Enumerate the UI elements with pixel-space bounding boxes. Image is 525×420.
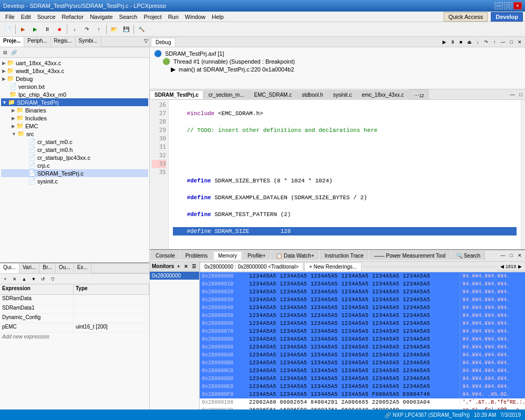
hex-row-9[interactable]: 0x280000901234A5A5 1234A5A5 1234A5A5 123… [200,343,525,351]
quick-access-button[interactable]: Quick Access [444,12,488,22]
hex-row-3[interactable]: 0x280000301234A5A5 1234A5A5 1234A5A5 123… [200,296,525,304]
maximize-button[interactable]: □ [504,2,512,9]
hex-next-btn[interactable]: ▶ [516,262,524,271]
debug-terminate-btn[interactable]: ■ [457,38,465,46]
debug-step-into[interactable]: ↓ [473,38,482,46]
expr-remove-btn[interactable]: ✕ [11,275,19,283]
hex-row-6[interactable]: 0x280000601234A5A5 1234A5A5 1234A5A5 123… [200,320,525,327]
perspective-button[interactable]: Develop [491,12,523,22]
debug-minimize[interactable]: — [499,38,507,46]
expr-row-pemc[interactable]: pEMC uint16_t [200] [0,323,149,333]
code-editor[interactable]: 26 27 28 29 30 31 32 33 35 #include <EMC… [150,100,525,249]
menu-edit[interactable]: Edit [18,13,34,21]
bp-tab-problems[interactable]: Problems [181,251,212,260]
tab-expressions[interactable]: Ex... [74,263,91,273]
sidebar-options-btn[interactable]: ▽ [143,37,149,47]
menu-search[interactable]: Search [116,13,141,21]
tab-quick[interactable]: Qui... [0,263,19,273]
tree-item-cr-start-c[interactable]: 📄 cr_start_m0.c [1,138,148,146]
minimize-button[interactable]: — [495,2,503,9]
editor-maximize-btn[interactable]: □ [517,90,525,99]
bp-tab-power[interactable]: ―― Power Measurement Tool [369,251,450,260]
hex-view[interactable]: 0x280000001234A5A5 1234A5A5 1234A5A5 123… [200,272,525,410]
add-expression-btn[interactable]: Add new expression [0,333,149,341]
bp-tab-instruction[interactable]: Instruction Trace [320,251,368,260]
tree-item-emc[interactable]: ▶ 📁 EMC [1,122,148,130]
tree-item-debug[interactable]: ▶ 📁 Debug [1,75,148,83]
hex-tab-new[interactable]: + New Renderings... [304,262,362,271]
tb-run-button[interactable]: ▶ [29,24,41,35]
bp-close-btn[interactable]: ✕ [516,251,524,260]
sidebar-tab-symbols[interactable]: Symbi... [76,37,101,47]
tb-debug-button[interactable]: ▶ [17,24,29,35]
tb-terminate-button[interactable]: ■ [54,24,65,35]
collapse-all-btn[interactable]: ⊟ [1,48,9,57]
menu-refactor[interactable]: Refactor [59,13,87,21]
menu-file[interactable]: File [2,13,18,21]
tab-breakpoints[interactable]: Br... [39,263,56,273]
editor-tab-emc18[interactable]: emc_18xx_43xx.c [357,90,408,99]
monitor-menu-btn[interactable]: ☰ [190,263,197,270]
tb-step-into-button[interactable]: ↓ [69,24,80,35]
hex-row-2[interactable]: 0x280000201234A5A5 1234A5A5 1234A5A5 123… [200,288,525,296]
hex-row-4[interactable]: 0x280000401234A5A5 1234A5A5 1234A5A5 123… [200,304,525,312]
tree-item-lpc-chip[interactable]: 📁 lpc_chip_43xx_m0 [1,90,148,98]
tree-item-crp[interactable]: 📄 crp.c [1,161,148,169]
hex-row-5[interactable]: 0x280000501234A5A5 1234A5A5 1234A5A5 123… [200,312,525,320]
hex-row-a[interactable]: 0x280000A01234A5A5 1234A5A5 1234A5A5 123… [200,351,525,359]
tb-suspend-button[interactable]: ⏸ [42,24,53,35]
debug-step-over[interactable]: ↷ [482,38,490,46]
monitor-item-28000000[interactable]: 0x28000000 [150,272,199,280]
bp-tab-memory[interactable]: Memory [213,251,242,260]
hex-row-e[interactable]: 0x280000E01234A5A5 1234A5A5 1234A5A5 123… [200,383,525,391]
editor-minimize-btn[interactable]: — [508,90,517,99]
tree-item-wwdt[interactable]: ▶ 📁 wwdt_18xx_43xx.c [1,67,148,75]
menu-source[interactable]: Source [34,13,59,21]
tb-save-button[interactable]: 💾 [120,24,132,35]
editor-scrollbar[interactable] [521,100,525,249]
sidebar-tab-peripherals[interactable]: Periph... [24,37,50,47]
tree-item-uart[interactable]: ▶ 📁 uart_18xx_43xx.c [1,59,148,67]
hex-row-8[interactable]: 0x280000801234A5A5 1234A5A5 1234A5A5 123… [200,335,525,343]
tree-item-includes[interactable]: ▶ 📁 Includes [1,114,148,122]
editor-tab-emc-sdram[interactable]: EMC_SDRAM.c [250,90,297,99]
menu-project[interactable]: Project [140,13,164,21]
debug-disconnect-btn[interactable]: ⏏ [465,38,473,46]
bp-tab-search[interactable]: 🔍 Search [451,251,485,260]
hex-row-120[interactable]: 0x2800012026006F61 16006ED0 26002761 060… [200,406,525,410]
tree-item-version[interactable]: 📄 version.txt [1,83,148,90]
bp-minimize-btn[interactable]: — [499,251,507,260]
hex-row-c[interactable]: 0x280000C01234A5A5 1234A5A5 1234A5A5 123… [200,367,525,375]
sidebar-tab-registers[interactable]: Regis... [51,37,76,47]
hex-tab-main[interactable]: 0x28000000 : 0x28000000 <Traditional> [200,262,303,271]
menu-run[interactable]: Run [165,13,182,21]
hex-row-1[interactable]: 0x280000101234A5A5 1234A5A5 1234A5A5 123… [200,280,525,288]
debug-maximize[interactable]: □ [507,38,516,46]
debug-resume-btn[interactable]: ▶ [440,38,448,46]
close-button[interactable]: ✕ [513,2,522,9]
tab-variables[interactable]: Vari... [19,263,39,273]
expr-row-dynamic[interactable]: Dynamic_Config [0,314,149,323]
tb-step-return-button[interactable]: ↑ [93,24,105,35]
editor-tab-cr-section[interactable]: cr_section_m... [204,90,249,99]
tree-item-sdram-c[interactable]: 📄 SDRAM_TestPrj.c [1,169,148,177]
editor-tab-sdram[interactable]: SDRAM_TestPrj.c [150,90,203,99]
bp-tab-console[interactable]: Console [151,251,180,260]
tb-build-button[interactable]: 🔨 [136,24,147,35]
bp-maximize-btn[interactable]: □ [507,251,516,260]
expr-refresh-btn[interactable]: ↺ [39,275,47,283]
monitor-add-btn[interactable]: + [175,263,182,270]
hex-row-f[interactable]: 0x280000F01234A5A5 1234A5A5 1234A5A5 123… [200,391,525,398]
debug-step-return[interactable]: ↑ [490,38,499,46]
expr-row-sdramdata1[interactable]: SDRamData1 [0,304,149,314]
expr-up-btn[interactable]: ▲ [20,275,28,283]
hex-addr-btn[interactable]: 1819 [507,262,515,271]
editor-tab-stdbool[interactable]: stdbool.h [297,90,328,99]
tb-new-button[interactable]: 📄 [2,24,14,35]
tree-item-sysinit[interactable]: 📄 sysinit.c [1,177,148,185]
expr-down-btn[interactable]: ▼ [29,275,38,283]
menu-window[interactable]: Window [182,13,209,21]
tree-item-cr-start-h[interactable]: 📄 cr_start_m0.h [1,146,148,153]
menu-navigate[interactable]: Navigate [87,13,116,21]
menu-help[interactable]: Help [209,13,227,21]
